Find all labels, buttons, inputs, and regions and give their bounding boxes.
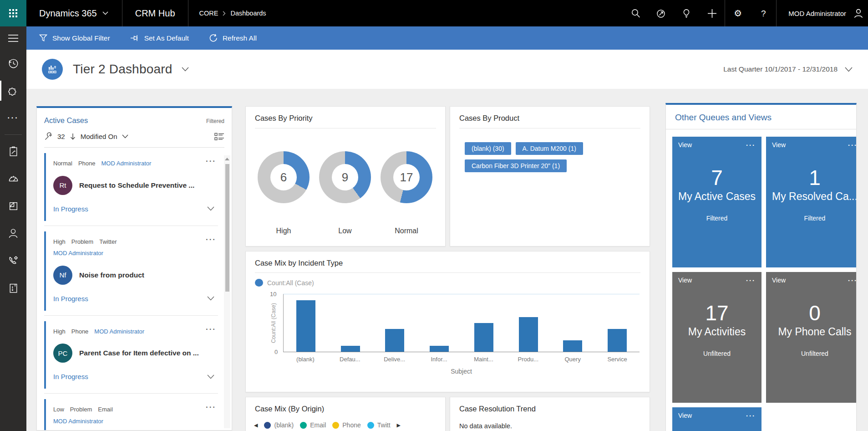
hub-name[interactable]: CRM Hub [122, 0, 188, 26]
scroll-up-arrow[interactable] [225, 158, 229, 160]
legend-scroll-left-icon[interactable]: ◀ [254, 422, 258, 428]
tile-more-button[interactable]: ··· [746, 412, 756, 420]
add-icon[interactable] [699, 0, 725, 26]
search-icon[interactable] [623, 0, 648, 26]
tile-more-button[interactable]: ··· [746, 141, 756, 149]
tile-more-button[interactable]: ··· [848, 277, 857, 284]
case-card[interactable]: High Problem Twitter MOD Administrator ·… [44, 231, 218, 311]
breadcrumb-page[interactable]: Dashboards [230, 10, 266, 17]
waffle-icon[interactable] [0, 0, 26, 26]
expand-chevron-icon[interactable] [207, 296, 214, 301]
tile-kind: View [678, 412, 692, 420]
tile-my-active-cases[interactable]: View··· 7 My Active Cases Filtered [672, 137, 761, 267]
panel-title: Other Queues and Views [675, 113, 772, 122]
case-card[interactable]: Normal Phone MOD Administrator ··· Rt Re… [44, 153, 218, 221]
hamburger-menu-icon[interactable] [0, 26, 26, 50]
bar-Maint...[interactable] [474, 323, 493, 352]
tile-more-button[interactable]: ··· [746, 277, 756, 284]
divider [44, 147, 224, 148]
card-more-button[interactable]: ··· [206, 403, 216, 412]
case-card[interactable]: Low Problem Email MOD Administrator ··· [44, 399, 218, 431]
active-cases-title: Active Cases [44, 116, 88, 125]
tile-more-button[interactable]: ··· [848, 141, 857, 149]
card-more-button[interactable]: ··· [206, 157, 216, 166]
filter-icon [39, 34, 47, 42]
dashboard-selector-chevron[interactable] [182, 67, 189, 72]
panel-title: Case Resolution Trend [459, 405, 536, 413]
bar-Query[interactable] [563, 340, 582, 352]
sidebar-item-recent[interactable] [0, 50, 26, 77]
app-switcher[interactable]: Dynamics 365 [26, 0, 122, 26]
divider [255, 272, 640, 273]
sidebar-item-activities[interactable] [0, 138, 26, 165]
sidebar-item-cases[interactable] [0, 274, 26, 302]
pinned-puzzle-icon [7, 85, 19, 97]
no-data-message: No data available. [450, 418, 650, 430]
product-tag[interactable]: (blank) (30) [465, 142, 511, 155]
dashboard-content: Active Cases Filtered 32 Modified On Nor… [26, 89, 868, 431]
priority-tag: Normal [53, 159, 72, 168]
filter-status-label: Filtered [206, 118, 224, 124]
legend-scroll-right-icon[interactable]: ▶ [397, 422, 401, 428]
tile-my-activities[interactable]: View··· 17 My Activities Unfiltered [672, 272, 761, 403]
case-card[interactable]: High Phone MOD Administrator ··· PC Pare… [44, 321, 218, 389]
settings-gear-icon[interactable]: ⚙ [725, 0, 751, 26]
sidebar-item-contacts[interactable] [0, 220, 26, 247]
donut-normal[interactable]: 17 [381, 151, 432, 203]
owner-link[interactable]: MOD Administrator [53, 249, 103, 257]
tile-name: My Activities [678, 326, 756, 338]
expand-chevron-icon[interactable] [207, 375, 214, 379]
show-global-filter-button[interactable]: Show Global Filter [39, 34, 110, 42]
sidebar-item-service-calls[interactable] [0, 247, 26, 274]
bar-Delive...[interactable] [385, 329, 404, 352]
queues-folder-icon [8, 200, 19, 212]
sidebar-item-more[interactable]: ··· [0, 104, 26, 132]
tile-partial[interactable]: View··· [672, 407, 761, 431]
product-tag[interactable]: Carbon Fiber 3D Printer 20" (1) [465, 159, 567, 172]
scrollbar-thumb[interactable] [225, 164, 229, 292]
set-as-default-button[interactable]: Set As Default [130, 34, 189, 42]
active-item-indicator [0, 81, 1, 101]
user-menu[interactable]: MOD Administrator [777, 0, 868, 26]
chevron-down-icon[interactable] [122, 134, 128, 139]
y-tick-label: 10 [270, 291, 276, 298]
sort-descending-icon[interactable] [70, 133, 76, 140]
donut-high[interactable]: 6 [258, 151, 310, 203]
divider [44, 226, 218, 226]
x-tick-label: Delive... [372, 356, 417, 363]
refresh-all-button[interactable]: Refresh All [209, 34, 257, 42]
top-nav-bar: Dynamics 365 CRM Hub CORE Dashboards ⚙ ?… [0, 0, 868, 26]
scrollbar[interactable] [224, 155, 230, 428]
bar-Produ...[interactable] [519, 317, 538, 352]
bar-Service[interactable] [608, 329, 627, 352]
sidebar-item-pinned[interactable] [0, 77, 26, 104]
sort-field-label[interactable]: Modified On [81, 133, 117, 140]
owner-link[interactable]: MOD Administrator [53, 417, 103, 426]
card-more-button[interactable]: ··· [206, 235, 216, 244]
card-view-icon[interactable] [214, 133, 224, 141]
breadcrumb-area[interactable]: CORE [199, 10, 218, 17]
avatar: PC [53, 344, 72, 363]
sidebar-item-queues[interactable] [0, 192, 26, 220]
help-icon[interactable]: ? [751, 0, 776, 26]
product-tag[interactable]: A. Datum M200 (1) [516, 142, 583, 155]
bar-slot [462, 294, 506, 352]
guided-help-icon[interactable] [648, 0, 674, 26]
bar-Defau...[interactable] [341, 346, 360, 352]
tile-my-resolved-cases[interactable]: View··· 1 My Resolved Ca... Filtered [766, 137, 857, 267]
bar-Infor...[interactable] [430, 346, 449, 352]
owner-link[interactable]: MOD Administrator [102, 159, 152, 168]
channel-tag: Twitter [99, 238, 117, 246]
sidebar-item-dashboards[interactable] [0, 165, 26, 192]
donut-low[interactable]: 9 [319, 151, 371, 203]
card-more-button[interactable]: ··· [206, 325, 216, 334]
wrench-icon[interactable] [44, 132, 53, 141]
expand-chevron-icon[interactable] [207, 206, 214, 211]
tile-my-phone-calls[interactable]: View··· 0 My Phone Calls Unfiltered [766, 272, 857, 403]
bar-(blank)[interactable] [296, 300, 315, 352]
owner-link[interactable]: MOD Administrator [94, 328, 144, 336]
tile-kind: View [772, 141, 786, 149]
lightbulb-icon[interactable] [674, 0, 699, 26]
time-range-filter[interactable]: Last Quarter 10/1/2017 - 12/31/2018 [723, 65, 853, 73]
legend-item: Email [300, 421, 326, 429]
